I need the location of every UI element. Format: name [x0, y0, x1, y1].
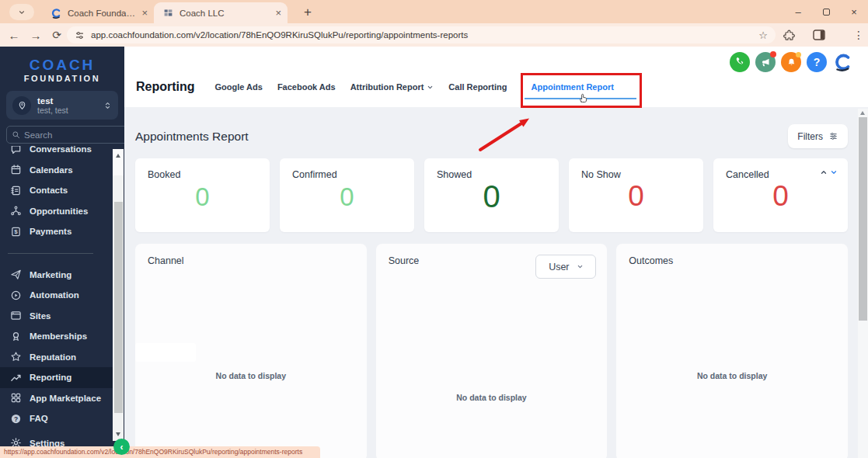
sites-icon — [10, 310, 22, 321]
stat-card-booked: Booked0 — [135, 158, 270, 232]
switcher-chevrons-icon — [103, 100, 112, 111]
tab-close-icon[interactable]: × — [275, 8, 281, 18]
coach-logo[interactable] — [832, 52, 852, 72]
sidebar-item-label: Sites — [30, 311, 51, 321]
location-name: test — [37, 96, 97, 106]
coach-favicon-icon — [50, 7, 62, 19]
forward-button[interactable]: → — [25, 23, 47, 47]
stat-value: 0 — [280, 182, 414, 212]
maximize-icon — [823, 9, 830, 16]
side-panel-icon[interactable] — [808, 23, 830, 47]
nav-title: Reporting — [136, 80, 195, 94]
main-scrollbar[interactable] — [858, 109, 868, 458]
sidebar-item-conversations[interactable]: Conversations — [0, 146, 113, 160]
sidebar-item-opportunities[interactable]: Opportunities — [0, 201, 113, 222]
reporting-tab-google-ads[interactable]: Google Ads — [215, 82, 263, 92]
scroll-up-arrow-icon[interactable] — [116, 154, 120, 158]
browser-toolbar: ← → ⟳ app.coachfoundation.com/v2/locatio… — [0, 23, 868, 47]
reporting-tab-attribution-report[interactable]: Attribution Report — [350, 82, 434, 92]
bookmark-star-icon[interactable]: ☆ — [758, 29, 768, 41]
minimize-button[interactable]: – — [784, 0, 812, 23]
sidebar-item-faq[interactable]: ?FAQ — [0, 408, 113, 427]
phone-icon[interactable] — [730, 52, 750, 72]
stat-card-confirmed: Confirmed0 — [280, 158, 414, 232]
sidebar-item-contacts[interactable]: Contacts — [0, 180, 113, 201]
tab-title: Coach Foundation Programs — [68, 9, 136, 18]
stat-value: 0 — [424, 179, 559, 214]
maximize-button[interactable] — [812, 0, 840, 23]
main-content: ? Reporting Google AdsFacebook AdsAttrib… — [124, 47, 868, 458]
empty-state-text: No data to display — [135, 371, 367, 380]
sidebar-item-reporting[interactable]: Reporting — [0, 367, 113, 388]
scrollbar-thumb[interactable] — [859, 117, 867, 321]
contacts-icon — [10, 185, 22, 196]
filters-button[interactable]: Filters — [788, 124, 848, 148]
sidebar-item-memberships[interactable]: Memberships — [0, 326, 113, 347]
source-user-dropdown[interactable]: User — [535, 255, 596, 279]
reporting-tab-appointment-report[interactable]: Appointment Report — [529, 82, 616, 92]
sidebar-search-row: ctrl K — [6, 126, 118, 144]
svg-text:$: $ — [14, 228, 18, 235]
notification-bell-icon[interactable] — [781, 52, 801, 72]
reporting-tabs: Google AdsFacebook AdsAttribution Report… — [215, 82, 631, 92]
sidebar-item-reputation[interactable]: Reputation — [0, 347, 113, 368]
sidebar-item-app-marketplace[interactable]: App Marketplace — [0, 388, 113, 409]
sidebar-collapse-button[interactable]: ‹ — [113, 439, 130, 455]
opportunities-icon — [10, 205, 22, 217]
browser-tab-coach-llc[interactable]: Coach LLC × — [154, 2, 288, 23]
scroll-up-arrow-icon[interactable] — [860, 111, 865, 115]
page-title: Appointments Report — [135, 130, 249, 144]
new-tab-button[interactable]: + — [298, 3, 317, 22]
scrollbar-thumb[interactable] — [114, 202, 123, 413]
logo-line2: FOUNDATION — [0, 74, 124, 83]
sidebar-item-label: Reputation — [30, 352, 76, 362]
stat-label: Showed — [424, 158, 559, 180]
location-switcher[interactable]: test test, test — [6, 91, 118, 120]
stat-card-cancelled: Cancelled0 — [713, 158, 848, 232]
announcement-icon[interactable] — [755, 52, 776, 72]
tab-label: Appointment Report — [532, 82, 614, 92]
scroll-down-arrow-icon[interactable] — [116, 432, 120, 436]
sidebar-item-calendars[interactable]: Calendars — [0, 160, 113, 181]
browser-tab-coach-foundation-programs[interactable]: Coach Foundation Programs × — [42, 2, 154, 23]
trending-icon — [10, 372, 22, 383]
close-button[interactable]: × — [840, 0, 868, 23]
stat-value: 0 — [713, 180, 848, 213]
address-bar[interactable]: app.coachfoundation.com/v2/location/78hE… — [67, 26, 776, 43]
reload-button[interactable]: ⟳ — [47, 23, 67, 47]
cursor-hand-icon — [577, 92, 589, 104]
chevron-up-icon[interactable] — [820, 168, 828, 176]
stat-value: 0 — [569, 180, 703, 213]
browser-menu-icon[interactable]: ⋮ — [850, 23, 867, 47]
tab-label: Attribution Report — [350, 82, 424, 92]
stat-card-no-show: No Show0 — [569, 158, 703, 232]
tab-search-button[interactable] — [9, 4, 34, 20]
sidebar-item-sites[interactable]: Sites — [0, 306, 113, 327]
help-icon[interactable]: ? — [807, 52, 827, 72]
chevron-down-icon[interactable] — [830, 168, 838, 176]
reporting-tab-call-reporting[interactable]: Call Reporting — [448, 82, 507, 92]
tab-label: Call Reporting — [448, 82, 507, 92]
site-info-icon[interactable] — [75, 30, 85, 40]
sidebar-item-marketing[interactable]: Marketing — [0, 265, 113, 286]
chevron-down-icon — [427, 84, 434, 91]
sidebar-item-label: FAQ — [30, 414, 48, 423]
sidebar-item-label: Conversations — [30, 146, 92, 154]
app-grid-favicon-icon — [162, 7, 174, 19]
window-controls: – × — [784, 0, 868, 23]
dropdown-value: User — [549, 262, 569, 272]
search-icon — [12, 130, 20, 139]
payments-icon: $ — [10, 226, 22, 238]
stat-label: Confirmed — [280, 158, 414, 180]
tab-close-icon[interactable]: × — [141, 8, 148, 18]
sidebar: COACH FOUNDATION test test, test — [0, 47, 124, 458]
sort-controls — [820, 168, 838, 176]
automation-icon — [10, 290, 22, 301]
reporting-tab-facebook-ads[interactable]: Facebook Ads — [277, 82, 336, 92]
sidebar-item-automation[interactable]: Automation — [0, 285, 113, 306]
sidebar-item-label: Marketing — [30, 270, 71, 279]
sidebar-scrollbar[interactable] — [113, 149, 124, 441]
back-button[interactable]: ← — [3, 23, 25, 47]
extensions-icon[interactable] — [779, 23, 799, 47]
sidebar-item-payments[interactable]: $Payments — [0, 221, 113, 242]
